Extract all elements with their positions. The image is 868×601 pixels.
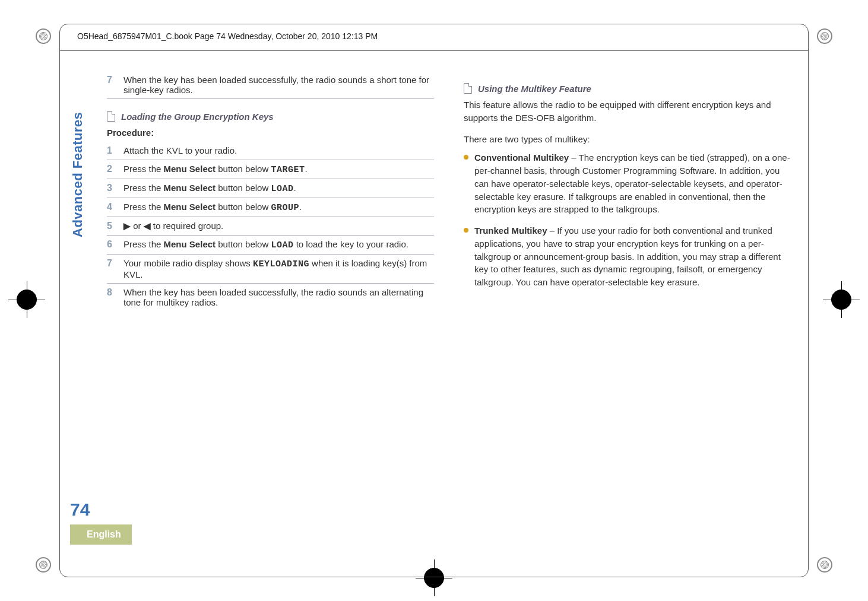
bullet-title: Conventional Multikey xyxy=(474,152,569,163)
procedure-label: Procedure: xyxy=(107,126,434,139)
bold-term: Menu Select xyxy=(164,202,216,212)
right-column: Using the Multikey Feature This feature … xyxy=(464,71,791,311)
procedure-step: 6Press the Menu Select button below LOAD… xyxy=(107,236,434,255)
bullet-item: Trunked Multikey – If you use your radio… xyxy=(464,224,791,289)
body-paragraph: This feature allows the radio to be equi… xyxy=(464,98,791,125)
bold-term: Menu Select xyxy=(164,239,216,249)
body-paragraph: There are two types of multikey: xyxy=(464,133,791,146)
procedure-step: 4Press the Menu Select button below GROU… xyxy=(107,198,434,217)
step-text: Attach the KVL to your radio. xyxy=(123,145,434,156)
side-section-label: Advanced Features xyxy=(70,112,85,237)
step-text: When the key has been loaded successfull… xyxy=(123,287,434,307)
page-icon xyxy=(107,111,115,122)
bold-term: Menu Select xyxy=(164,164,216,174)
bullet-dot-icon xyxy=(464,155,468,160)
registration-mark-right xyxy=(831,290,851,310)
bullet-item: Conventional Multikey – The encryption k… xyxy=(464,151,791,216)
procedure-step: 2Press the Menu Select button below TARG… xyxy=(107,160,434,179)
step-text: Press the Menu Select button below LOAD. xyxy=(123,183,434,194)
procedure-step: 1Attach the KVL to your radio. xyxy=(107,142,434,160)
procedure-step: 8When the key has been loaded successful… xyxy=(107,284,434,311)
bullet-text: Trunked Multikey – If you use your radio… xyxy=(474,224,791,289)
procedure-step: 7Your mobile radio display shows KEYLOAD… xyxy=(107,255,434,284)
step-text: Press the Menu Select button below TARGE… xyxy=(123,164,434,175)
continuation-step: 7 When the key has been loaded successfu… xyxy=(107,71,434,99)
step-number: 6 xyxy=(107,239,120,250)
lcd-text: GROUP xyxy=(271,203,299,213)
lcd-text: LOAD xyxy=(271,240,293,250)
crop-mark-br xyxy=(817,557,832,573)
bullet-dot-icon xyxy=(464,228,468,233)
procedure-step: 3Press the Menu Select button below LOAD… xyxy=(107,179,434,198)
lcd-text: KEYLOADING xyxy=(253,259,309,269)
section-heading-multikey: Using the Multikey Feature xyxy=(464,83,791,94)
dash-separator: – xyxy=(547,225,557,236)
step-text: ▶ or ◀ to required group. xyxy=(123,221,434,231)
crop-mark-bl xyxy=(36,557,51,573)
step-number: 2 xyxy=(107,164,120,175)
procedure-step: 5▶ or ◀ to required group. xyxy=(107,217,434,236)
section-title: Using the Multikey Feature xyxy=(478,84,591,94)
bold-term: Menu Select xyxy=(164,183,216,193)
step-text: Press the Menu Select button below LOAD … xyxy=(123,239,434,250)
running-header: O5Head_6875947M01_C.book Page 74 Wednesd… xyxy=(77,31,378,41)
section-heading-loading-keys: Loading the Group Encryption Keys xyxy=(107,111,434,122)
step-number: 8 xyxy=(107,287,120,307)
left-arrow-icon: ◀ xyxy=(144,221,151,231)
step-number: 4 xyxy=(107,202,120,213)
bullet-text: Conventional Multikey – The encryption k… xyxy=(474,151,791,216)
step-text: Press the Menu Select button below GROUP… xyxy=(123,202,434,213)
step-number: 5 xyxy=(107,221,120,231)
section-title: Loading the Group Encryption Keys xyxy=(121,112,274,122)
dash-separator: – xyxy=(569,152,578,163)
step-number: 7 xyxy=(107,75,120,95)
bullet-title: Trunked Multikey xyxy=(474,225,547,236)
page-number: 74 xyxy=(70,500,90,520)
step-number: 7 xyxy=(107,258,120,279)
step-number: 1 xyxy=(107,145,120,156)
step-text: When the key has been loaded successfull… xyxy=(123,75,434,95)
lcd-text: TARGET xyxy=(271,165,305,175)
right-arrow-icon: ▶ xyxy=(123,221,131,231)
step-text: Your mobile radio display shows KEYLOADI… xyxy=(123,258,434,279)
header-rule xyxy=(60,50,808,51)
language-box: English xyxy=(70,524,132,545)
lcd-text: LOAD xyxy=(271,184,293,194)
left-column: 7 When the key has been loaded successfu… xyxy=(107,71,434,311)
page-icon xyxy=(464,83,472,94)
crop-mark-tl xyxy=(36,28,51,44)
step-number: 3 xyxy=(107,183,120,194)
crop-mark-tr xyxy=(817,28,832,44)
registration-mark-left xyxy=(17,290,37,310)
